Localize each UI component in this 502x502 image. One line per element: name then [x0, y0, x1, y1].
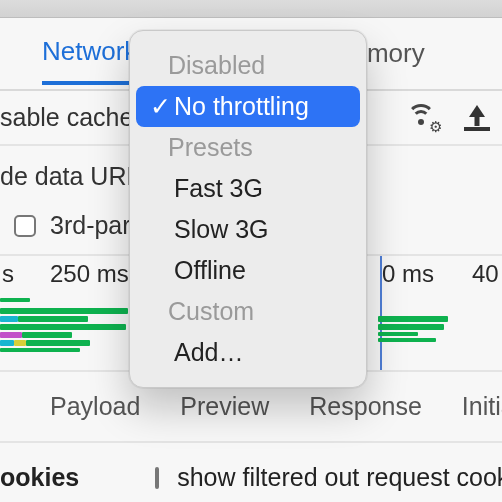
third-party-label: 3rd-par — [50, 211, 131, 240]
menu-item-add[interactable]: Add… — [136, 332, 360, 373]
tick-250ms: 250 ms — [50, 260, 129, 288]
third-party-checkbox[interactable] — [14, 215, 36, 237]
tab-initiator[interactable]: Initia — [462, 392, 502, 421]
menu-item-no-throttling[interactable]: ✓ No throttling — [136, 86, 360, 127]
show-filtered-cookies-checkbox[interactable] — [155, 467, 159, 489]
menu-item-fast-3g[interactable]: Fast 3G — [136, 168, 360, 209]
tick-far-right: 40 — [472, 260, 499, 288]
tick-right-partial: 0 ms — [382, 260, 434, 288]
menu-section-disabled: Disabled — [136, 45, 360, 86]
tab-network[interactable]: Network — [42, 36, 137, 85]
menu-section-presets: Presets — [136, 127, 360, 168]
show-filtered-cookies-label: show filtered out request cook — [177, 463, 502, 492]
menu-item-label: Fast 3G — [146, 174, 263, 203]
checkmark-icon: ✓ — [146, 92, 174, 121]
cookies-row: ookies show filtered out request cook — [0, 443, 502, 492]
menu-item-slow-3g[interactable]: Slow 3G — [136, 209, 360, 250]
disable-cache-label[interactable]: sable cache — [0, 103, 133, 132]
menu-item-label: No throttling — [174, 92, 309, 121]
throttling-menu: Disabled ✓ No throttling Presets Fast 3G… — [129, 30, 367, 388]
upload-har-icon[interactable] — [464, 105, 490, 131]
menu-item-label: Offline — [146, 256, 246, 285]
cookies-title: ookies — [0, 463, 79, 492]
menu-item-label: Add… — [146, 338, 243, 367]
network-conditions-icon[interactable]: ⚙ — [404, 104, 438, 132]
window-chrome-top — [0, 0, 502, 18]
tab-response[interactable]: Response — [309, 392, 422, 421]
tick-left: s — [2, 260, 14, 288]
menu-section-custom: Custom — [136, 291, 360, 332]
menu-item-label: Slow 3G — [146, 215, 268, 244]
tab-preview[interactable]: Preview — [180, 392, 269, 421]
tab-payload[interactable]: Payload — [50, 392, 140, 421]
menu-item-offline[interactable]: Offline — [136, 250, 360, 291]
gear-icon: ⚙ — [429, 118, 442, 136]
